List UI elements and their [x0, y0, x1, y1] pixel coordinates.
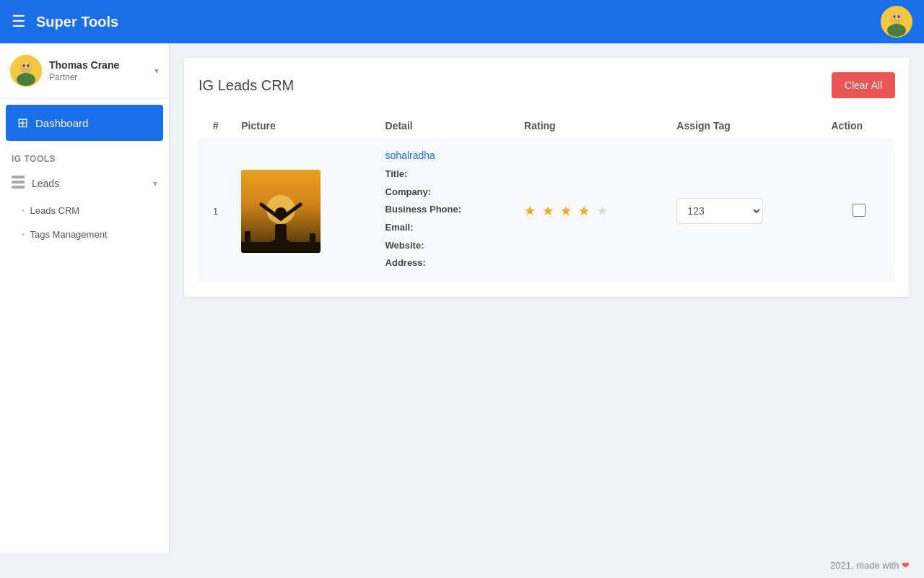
svg-rect-14	[12, 186, 25, 189]
dashboard-label: Dashboard	[35, 117, 88, 129]
table-body: 1	[199, 139, 895, 283]
svg-point-8	[17, 73, 35, 86]
user-avatar	[10, 55, 42, 87]
user-info[interactable]: Thomas Crane Partner ▾	[0, 43, 169, 99]
svg-point-11	[27, 64, 30, 67]
svg-point-10	[23, 64, 25, 67]
row-rating-cell: ★ ★ ★ ★ ★	[515, 139, 668, 283]
col-action: Action	[822, 113, 895, 139]
col-assign-tag: Assign Tag	[668, 113, 822, 139]
svg-rect-25	[245, 231, 250, 242]
col-rating: Rating	[515, 113, 668, 139]
table-row: 1	[199, 139, 895, 283]
navbar-left: ☰ Super Tools	[12, 12, 118, 31]
star-3[interactable]: ★	[560, 204, 573, 218]
row-detail-cell: sohalradha Title: Company: Business Phon…	[377, 139, 516, 283]
leads-dropdown-arrow: ▾	[153, 178, 157, 189]
navbar: ☰ Super Tools	[0, 0, 924, 43]
sidebar: Thomas Crane Partner ▾ ⊞ Dashboard IG TO…	[0, 43, 170, 553]
bullet-icon-2: •	[22, 230, 25, 238]
title-label: Title:	[385, 168, 408, 179]
leads-table: # Picture Detail Rating Assign Tag Actio…	[199, 113, 895, 282]
hamburger-icon[interactable]: ☰	[12, 12, 26, 31]
sidebar-subitem-leads-crm[interactable]: • Leads CRM	[0, 199, 169, 223]
heart-icon: ❤	[902, 560, 910, 571]
card-header: IG Leads CRM Clear All	[199, 72, 895, 98]
dashboard-icon: ⊞	[17, 115, 28, 131]
star-1[interactable]: ★	[524, 204, 537, 218]
table-header: # Picture Detail Rating Assign Tag Actio…	[199, 113, 895, 139]
website-label: Website:	[385, 240, 424, 251]
user-role: Partner	[49, 72, 152, 82]
svg-point-2	[887, 24, 906, 37]
leads-label: Leads	[32, 178, 59, 189]
content-card: IG Leads CRM Clear All # Picture Detail …	[184, 58, 910, 297]
layout: Thomas Crane Partner ▾ ⊞ Dashboard IG TO…	[0, 43, 924, 553]
sidebar-item-leads[interactable]: Leads ▾	[0, 168, 169, 199]
star-rating[interactable]: ★ ★ ★ ★ ★	[524, 203, 659, 219]
svg-point-5	[898, 15, 900, 18]
sidebar-item-dashboard[interactable]: ⊞ Dashboard	[6, 105, 163, 141]
page-title: IG Leads CRM	[199, 77, 294, 94]
footer: 2021, made with ❤	[0, 553, 924, 578]
row-assign-tag-cell: 123 Tag 1 Tag 2	[668, 139, 822, 283]
star-4[interactable]: ★	[578, 204, 591, 218]
avatar-svg	[881, 6, 912, 38]
star-5[interactable]: ★	[596, 204, 609, 218]
tag-select[interactable]: 123 Tag 1 Tag 2	[676, 198, 763, 224]
row-picture-cell	[232, 139, 376, 283]
lead-picture	[241, 170, 321, 253]
col-detail: Detail	[377, 113, 516, 139]
user-name: Thomas Crane	[49, 59, 152, 71]
user-dropdown-arrow[interactable]: ▾	[154, 66, 159, 76]
svg-rect-13	[12, 181, 25, 184]
company-label: Company:	[385, 186, 432, 197]
svg-rect-12	[12, 176, 25, 178]
section-ig-tools: IG TOOLS	[0, 144, 169, 168]
row-action-cell	[822, 139, 895, 283]
clear-all-button[interactable]: Clear All	[832, 72, 895, 98]
business-phone-label: Business Phone:	[385, 204, 461, 215]
svg-point-4	[894, 15, 896, 18]
sidebar-subitem-tags-management[interactable]: • Tags Management	[0, 223, 169, 246]
leads-crm-label: Leads CRM	[30, 205, 80, 216]
layers-icon	[12, 176, 25, 191]
row-number: 1	[199, 139, 232, 283]
main-content: IG Leads CRM Clear All # Picture Detail …	[170, 43, 924, 553]
col-picture: Picture	[232, 113, 376, 139]
email-label: Email:	[385, 222, 414, 233]
svg-rect-26	[310, 233, 315, 242]
action-checkbox[interactable]	[853, 204, 866, 217]
star-2[interactable]: ★	[542, 204, 555, 218]
address-label: Address:	[385, 257, 426, 268]
lead-name[interactable]: sohalradha	[385, 150, 507, 161]
navbar-user-avatar[interactable]	[881, 6, 912, 38]
svg-rect-24	[241, 242, 321, 253]
user-details: Thomas Crane Partner	[49, 59, 152, 82]
tags-management-label: Tags Management	[30, 229, 108, 240]
app-title: Super Tools	[36, 14, 118, 30]
footer-text: 2021, made with	[830, 560, 899, 571]
col-number: #	[199, 113, 232, 139]
tag-select-wrap: 123 Tag 1 Tag 2	[676, 198, 814, 224]
detail-fields: Title: Company: Business Phone: Email: W…	[385, 165, 507, 272]
bullet-icon: •	[22, 207, 25, 215]
